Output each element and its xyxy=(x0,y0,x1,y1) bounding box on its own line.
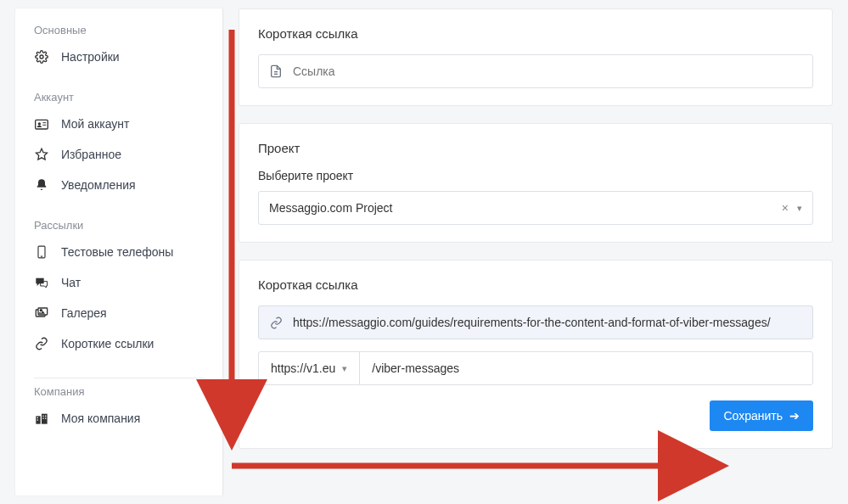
chevron-down-icon: ▾ xyxy=(342,363,347,374)
project-select[interactable]: Messaggio.com Project × ▾ xyxy=(258,191,813,225)
chevron-down-icon[interactable]: ▾ xyxy=(797,203,802,214)
sidebar-section-title: Аккаунт xyxy=(15,91,222,109)
card-title: Короткая ссылка xyxy=(258,26,813,41)
sidebar-section-main: Основные Настройки xyxy=(15,24,222,72)
svg-point-0 xyxy=(40,55,43,59)
sidebar-item-label: Избранное xyxy=(61,148,121,161)
slug-cell[interactable]: /viber-messages xyxy=(360,352,471,384)
domain-value: https://v1.eu xyxy=(271,361,335,375)
arrow-right-icon: ➔ xyxy=(789,409,800,423)
sidebar-item-label: Короткие ссылки xyxy=(61,337,154,350)
svg-rect-13 xyxy=(37,417,38,418)
sidebar-section-title: Рассылки xyxy=(15,219,222,237)
card-footer: Сохранить ➔ xyxy=(258,385,813,431)
sidebar-item-label: Тестовые телефоны xyxy=(61,245,173,259)
sidebar-item-label: Галерея xyxy=(61,306,107,320)
sidebar-section-title: Компания xyxy=(15,385,222,403)
card-project: Проект Выберите проект Messaggio.com Pro… xyxy=(239,123,833,243)
svg-rect-12 xyxy=(42,414,48,424)
svg-rect-1 xyxy=(36,120,48,129)
document-icon xyxy=(259,64,293,78)
svg-rect-14 xyxy=(37,419,38,420)
short-url-row: https://v1.eu ▾ /viber-messages xyxy=(258,351,813,385)
sidebar: Основные Настройки Аккаунт Мой аккаунт xyxy=(15,8,223,496)
sidebar-item-short-links[interactable]: Короткие ссылки xyxy=(15,328,222,359)
sidebar-item-chat[interactable]: Чат xyxy=(15,267,222,298)
sidebar-item-label: Мой аккаунт xyxy=(61,117,129,131)
link-icon xyxy=(34,336,49,351)
link-input[interactable] xyxy=(293,64,812,78)
link-input-row[interactable] xyxy=(258,54,813,88)
sidebar-item-gallery[interactable]: Галерея xyxy=(15,298,222,328)
sidebar-section-company: Компания Моя компания xyxy=(15,385,222,434)
sidebar-item-my-account[interactable]: Мой аккаунт xyxy=(15,109,222,139)
sidebar-item-settings[interactable]: Настройки xyxy=(15,42,222,72)
sidebar-section-title: Основные xyxy=(15,24,222,42)
full-url-display: https://messaggio.com/guides/requirement… xyxy=(258,305,813,339)
svg-rect-17 xyxy=(42,417,43,418)
sidebar-item-label: Уведомления xyxy=(61,178,136,192)
svg-point-2 xyxy=(38,122,41,125)
id-card-icon xyxy=(34,116,49,132)
card-title: Проект xyxy=(258,141,813,155)
card-title: Короткая ссылка xyxy=(258,277,813,292)
link-icon xyxy=(259,316,293,329)
save-button[interactable]: Сохранить ➔ xyxy=(710,400,813,431)
building-icon xyxy=(34,411,49,426)
svg-rect-16 xyxy=(45,416,46,417)
svg-point-10 xyxy=(40,310,42,311)
sidebar-item-notifications[interactable]: Уведомления xyxy=(15,170,222,200)
sidebar-item-label: Моя компания xyxy=(61,412,140,425)
main-content: Короткая ссылка Проект Выберите проект M… xyxy=(223,0,848,504)
bell-icon xyxy=(34,177,49,193)
svg-marker-5 xyxy=(36,148,47,160)
sidebar-section-dispatch: Рассылки Тестовые телефоны Чат Галерея xyxy=(15,219,222,359)
sidebar-section-account: Аккаунт Мой аккаунт Избранное Уведомлени… xyxy=(15,91,222,200)
chat-icon xyxy=(34,275,49,290)
slug-value: /viber-messages xyxy=(372,361,459,375)
sidebar-divider xyxy=(34,378,204,378)
card-short-link-top: Короткая ссылка xyxy=(239,8,833,106)
gear-icon xyxy=(34,49,49,64)
domain-select[interactable]: https://v1.eu ▾ xyxy=(259,352,360,384)
gallery-icon xyxy=(34,305,49,321)
svg-rect-15 xyxy=(42,416,43,417)
sidebar-item-label: Чат xyxy=(61,276,81,289)
phone-icon xyxy=(34,244,49,260)
card-short-link-bottom: Короткая ссылка https://messaggio.com/gu… xyxy=(239,260,833,449)
save-button-label: Сохранить xyxy=(723,409,783,423)
sidebar-item-label: Настройки xyxy=(61,50,120,64)
sidebar-item-test-phones[interactable]: Тестовые телефоны xyxy=(15,237,222,267)
sidebar-item-favorites[interactable]: Избранное xyxy=(15,139,222,170)
full-url-text: https://messaggio.com/guides/requirement… xyxy=(293,305,812,339)
svg-rect-18 xyxy=(45,417,46,418)
star-icon xyxy=(34,147,49,162)
project-select-value: Messaggio.com Project xyxy=(269,201,393,215)
sidebar-item-my-company[interactable]: Моя компания xyxy=(15,403,222,434)
clear-icon[interactable]: × xyxy=(782,201,789,215)
project-field-label: Выберите проект xyxy=(258,169,813,182)
